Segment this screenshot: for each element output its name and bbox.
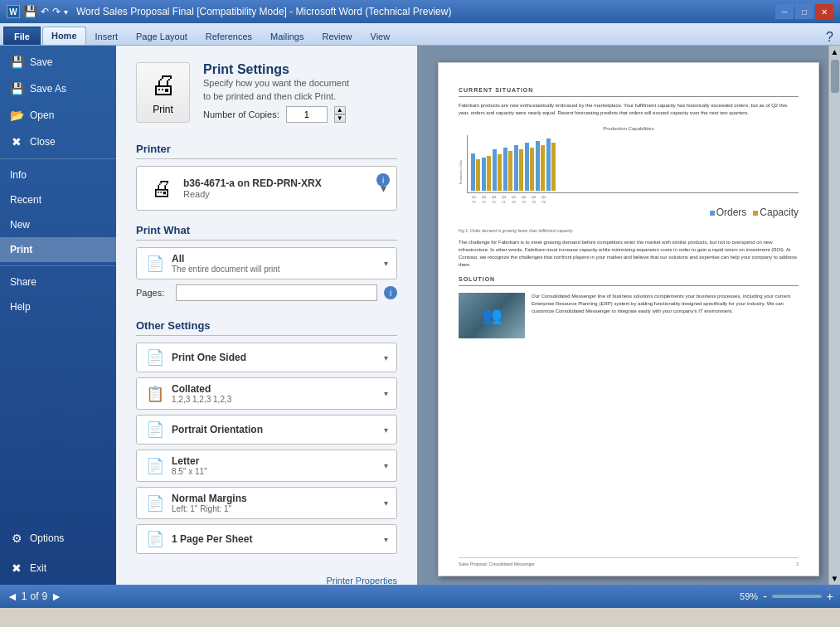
orientation-icon: 📄 <box>145 420 165 439</box>
page-navigation: ◄ 1 of 9 ► <box>7 590 62 603</box>
printer-info-icon[interactable]: i <box>376 173 390 187</box>
preview-chart <box>467 135 799 193</box>
title-bar-dropdown[interactable]: ▾ <box>64 7 68 17</box>
copies-spinner: ▲ ▼ <box>334 106 346 123</box>
print-btn-label: Print <box>153 104 173 115</box>
printer-info-row: 🖨 b36-4671-a on RED-PRN-XRX Ready ▾ <box>147 173 386 203</box>
sidebar-item-close[interactable]: ✖ Close <box>0 129 116 155</box>
margins-dropdown[interactable]: 📄 Normal Margins Left: 1" Right: 1" ▾ <box>136 487 397 519</box>
preview-chart-area: Production Capabilities Production Units <box>459 125 799 220</box>
tab-file[interactable]: File <box>3 27 41 45</box>
print-what-arrow[interactable]: ▾ <box>384 259 388 268</box>
sidebar-item-options[interactable]: ⚙ Options <box>0 525 116 552</box>
margins-sub: Left: 1" Right: 1" <box>172 504 247 513</box>
zoom-slider[interactable] <box>772 595 822 598</box>
status-left: ◄ 1 of 9 ► <box>7 590 62 603</box>
preview-challenge-text: The challenge for Fabrikam is to meet gr… <box>459 239 799 269</box>
sidebar-item-share[interactable]: Share <box>0 270 116 294</box>
title-bar-undo[interactable]: ↶ <box>41 6 49 17</box>
zoom-out-button[interactable]: - <box>763 590 767 603</box>
print-settings-title: Print Settings <box>203 62 352 77</box>
copies-increment[interactable]: ▲ <box>334 106 346 114</box>
zoom-in-button[interactable]: + <box>827 590 833 603</box>
print-what-option: All <box>172 253 280 265</box>
title-bar-quick-save[interactable]: 💾 <box>23 5 37 18</box>
paper-left: 📄 Letter 8.5" x 11" <box>145 455 207 476</box>
x-label-q3y2: Q3 Y2 <box>530 195 538 204</box>
preview-solution-row: 👥 Our Consolidated Messenger line of bus… <box>459 293 799 338</box>
window-controls: ─ □ ✕ <box>775 4 833 19</box>
pages-per-sheet-dropdown[interactable]: 📄 1 Page Per Sheet ▾ <box>136 524 397 554</box>
sided-dropdown[interactable]: 📄 Print One Sided ▾ <box>136 343 397 372</box>
ribbon-help-icon[interactable]: ? <box>826 30 833 45</box>
chart-x-labels: Q1 Y1 Q2 Y1 Q3 Y1 Q4 Y1 Q1 Y2 Q2 Y2 Q3 Y… <box>467 195 799 204</box>
paper-dropdown[interactable]: 📄 Letter 8.5" x 11" ▾ <box>136 450 397 482</box>
scroll-thumb[interactable] <box>831 60 839 93</box>
legend-orders: Orders <box>710 206 747 220</box>
print-what-dropdown[interactable]: 📄 All The entire document will print ▾ <box>136 247 397 279</box>
pages-info-icon[interactable]: i <box>384 286 397 299</box>
printer-section-wrapper: Printer i 🖨 b36-4671-a on RED-PRN-XRX Re… <box>136 143 397 211</box>
print-what-left: 📄 All The entire document will print <box>145 253 280 274</box>
sidebar-item-recent[interactable]: Recent <box>0 187 116 212</box>
sidebar-item-info[interactable]: Info <box>0 163 116 187</box>
sidebar-item-help[interactable]: Help <box>0 294 116 319</box>
chart-legend: Orders Capacity <box>467 206 799 220</box>
collated-arrow[interactable]: ▾ <box>384 389 388 398</box>
printer-properties-link[interactable]: Printer Properties <box>136 572 397 585</box>
print-button[interactable]: 🖨 Print <box>136 62 190 123</box>
margins-option: Normal Margins <box>172 493 247 504</box>
orientation-dropdown[interactable]: 📄 Portrait Orientation ▾ <box>136 415 397 445</box>
sided-arrow[interactable]: ▾ <box>384 353 388 362</box>
paper-arrow[interactable]: ▾ <box>384 461 388 470</box>
sidebar-item-print[interactable]: Print <box>0 237 116 262</box>
tab-references[interactable]: References <box>197 27 261 45</box>
chart-bar-q2y2 <box>525 143 534 191</box>
sidebar-item-save-as[interactable]: 💾 Save As <box>0 75 116 102</box>
minimize-button[interactable]: ─ <box>775 4 794 19</box>
close-button[interactable]: ✕ <box>815 4 833 19</box>
sidebar-item-exit[interactable]: ✖ Exit <box>0 555 116 581</box>
tab-view[interactable]: View <box>362 27 400 45</box>
tab-mailings[interactable]: Mailings <box>261 27 313 45</box>
printer-status: Ready <box>183 189 322 199</box>
page-separator: of <box>31 591 39 602</box>
copies-row: Number of Copies: ▲ ▼ <box>203 106 352 123</box>
maximize-button[interactable]: □ <box>795 4 813 19</box>
print-what-desc: The entire document will print <box>172 265 280 274</box>
printer-selector[interactable]: i 🖨 b36-4671-a on RED-PRN-XRX Ready ▾ <box>136 166 397 211</box>
tab-page-layout[interactable]: Page Layout <box>127 27 197 45</box>
copies-input[interactable] <box>286 106 328 123</box>
scroll-down-button[interactable]: ▼ <box>829 572 840 585</box>
margins-left: 📄 Normal Margins Left: 1" Right: 1" <box>145 493 247 513</box>
sidebar-item-new[interactable]: New <box>0 212 116 237</box>
collated-dropdown[interactable]: 📋 Collated 1,2,3 1,2,3 1,2,3 ▾ <box>136 377 397 410</box>
pages-per-sheet-arrow[interactable]: ▾ <box>384 535 388 544</box>
collated-option: Collated <box>172 383 231 395</box>
preview-footer: Sales Proposal: Consolidated Messenger 2 <box>459 557 799 567</box>
preview-footer-title: Sales Proposal: Consolidated Messenger <box>459 561 535 567</box>
other-settings-title: Other Settings <box>136 319 397 336</box>
next-page-button[interactable]: ► <box>51 590 62 603</box>
orientation-arrow[interactable]: ▾ <box>384 425 388 435</box>
margins-arrow[interactable]: ▾ <box>384 498 388 508</box>
prev-page-button[interactable]: ◄ <box>7 590 18 603</box>
margins-text: Normal Margins Left: 1" Right: 1" <box>172 493 247 513</box>
tab-home[interactable]: Home <box>42 27 86 45</box>
tab-review[interactable]: Review <box>313 27 361 45</box>
current-page: 1 <box>22 591 27 602</box>
exit-icon: ✖ <box>10 561 23 575</box>
collated-sub: 1,2,3 1,2,3 1,2,3 <box>172 395 231 404</box>
title-bar: W 💾 ↶ ↷ ▾ Word Sales Proposal Final [Com… <box>0 0 840 23</box>
sidebar-item-save[interactable]: 💾 Save <box>0 49 116 75</box>
copies-decrement[interactable]: ▼ <box>334 114 346 123</box>
scroll-up-button[interactable]: ▲ <box>829 46 840 58</box>
tab-insert[interactable]: Insert <box>86 27 128 45</box>
preview-solution-title: SOLUTION <box>459 275 799 286</box>
chart-bar-q1y1 <box>471 153 480 191</box>
pages-input[interactable] <box>176 284 377 301</box>
zoom-percentage: 59% <box>740 591 758 601</box>
title-bar-redo[interactable]: ↷ <box>52 6 61 17</box>
sidebar-item-open[interactable]: 📂 Open <box>0 102 116 129</box>
legend-capacity: Capacity <box>753 206 799 220</box>
